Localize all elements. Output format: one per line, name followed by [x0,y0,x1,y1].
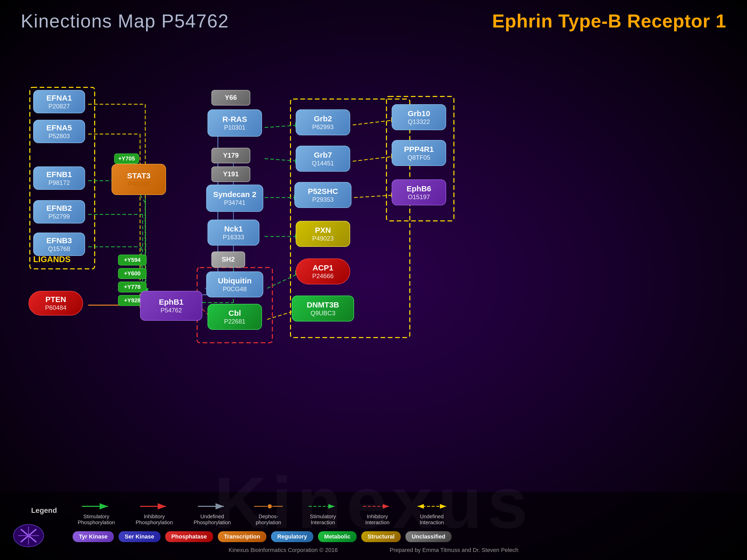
legend-title: Legend [31,501,57,515]
svg-line-39 [264,125,300,128]
svg-line-55 [354,195,396,197]
subtitle: Ephrin Type-B Receptor 1 [492,10,726,32]
tag-y778: +Y778 [118,282,147,292]
node-grb7[interactable]: Grb7 Q14451 [296,146,350,171]
node-efna5[interactable]: EFNA5 P52803 [33,120,85,143]
inhib-int-arrow-icon [361,501,394,511]
node-ppp4r1[interactable]: PPP4R1 Q8TF05 [392,140,446,166]
node-efnb1[interactable]: EFNB1 P98172 [33,166,85,190]
tag-y600: +Y600 [118,268,147,279]
svg-line-47 [267,273,300,288]
node-efnb2[interactable]: EFNB2 P52799 [33,200,85,223]
footer-left: Kinexus Bioinformatics Corporation © 201… [229,547,338,554]
node-acp1[interactable]: ACP1 P24666 [296,259,350,285]
legend-area: Kinexus Legend StimulatoryPhosphorylatio… [0,492,747,560]
stim-phos-arrow-icon [79,501,113,511]
svg-line-53 [353,156,396,161]
node-y191: Y191 [211,166,250,182]
svg-line-41 [264,159,300,161]
node-ephb1[interactable]: EphB1 P54762 [140,291,202,321]
badge-tyr-kinase: Tyr Kinase [73,531,114,542]
node-pten[interactable]: PTEN P60484 [28,291,83,316]
legend-dephos-label: Dephos-phorylation [256,514,281,526]
ligands-label: LIGANDS [33,255,71,264]
badge-transcription: Transcription [218,531,266,542]
legend-stim-phos: StimulatoryPhosphorylation [78,501,115,526]
kinexus-logo-icon [13,524,44,547]
node-grb10[interactable]: Grb10 Q13322 [392,104,446,130]
legend-stim-phos-label: StimulatoryPhosphorylation [78,514,115,526]
node-y179: Y179 [211,148,250,163]
node-ephb6[interactable]: EphB6 O15197 [392,179,446,205]
node-syndecan2[interactable]: Syndecan 2 P34741 [206,185,263,212]
node-y66: Y66 [211,90,250,106]
node-efnb3[interactable]: EFNB3 Q15768 [33,233,85,256]
node-p52shc[interactable]: P52SHC P29353 [294,182,352,208]
badge-unclassified: Unclassified [405,531,452,542]
diagram-svg [0,42,747,483]
node-rras[interactable]: R-RAS P10301 [207,109,262,137]
legend-undef-int: UndefinedInteraction [415,501,449,526]
badge-ser-kinase: Ser Kinase [119,531,160,542]
badge-phosphatase: Phosphatase [165,531,213,542]
svg-line-51 [353,120,396,125]
legend-dephos: Dephos-phorylation [252,501,285,526]
legend-undef-int-label: UndefinedInteraction [420,514,444,526]
node-grb2[interactable]: Grb2 P62993 [296,109,350,135]
node-ubiquitin[interactable]: Ubiquitin P0CG48 [206,271,263,297]
tag-y594: +Y594 [118,255,147,265]
footer-right: Prepared by Emma Titmuss and Dr. Steven … [390,547,518,554]
inhib-phos-arrow-icon [137,501,171,511]
logo [13,524,44,548]
node-cbl[interactable]: Cbl P22681 [207,304,262,330]
legend-undef-phos-label: UndefinedPhosphorylation [194,514,231,526]
node-stat3[interactable]: STAT3 P40763 [111,164,166,195]
node-dnmt3b[interactable]: DNMT3B Q9UBC3 [292,296,354,321]
node-sh2: SH2 [211,251,245,268]
dephos-arrow-icon [252,501,285,511]
header: Kinections Map P54762 Ephrin Type-B Rece… [0,0,747,37]
legend-inhib-int-label: InhibitoryInteraction [365,514,389,526]
tag-y705: +Y705 [114,154,139,164]
legend-inhib-phos-label: InhibitoryPhosphorylation [136,514,173,526]
legend-stim-int-label: StimulatoryInteraction [310,514,336,526]
page-title: Kinections Map P54762 [21,10,229,32]
svg-point-64 [268,504,272,508]
node-pxn[interactable]: PXN P49023 [296,221,350,247]
node-nck1[interactable]: Nck1 P16333 [207,220,259,245]
diagram: EFNA1 P20827 EFNA5 P52803 EFNB1 P98172 E… [0,42,747,483]
undef-int-arrow-icon [415,501,449,511]
legend-stim-int: StimulatoryInteraction [306,501,340,526]
legend-row: Legend StimulatoryPhosphorylation Inhibi… [31,501,716,526]
legend-badges: Tyr Kinase Ser Kinase Phosphatase Transc… [31,531,716,542]
badge-structural: Structural [361,531,401,542]
badge-regulatory: Regulatory [271,531,313,542]
badge-metabolic: Metabolic [318,531,357,542]
legend-inhib-int: InhibitoryInteraction [361,501,394,526]
node-efna1[interactable]: EFNA1 P20827 [33,90,85,113]
legend-inhib-phos: InhibitoryPhosphorylation [136,501,173,526]
undef-phos-arrow-icon [195,501,229,511]
legend-undef-phos: UndefinedPhosphorylation [194,501,231,526]
footer: Kinexus Bioinformatics Corporation © 201… [31,547,716,554]
stim-int-arrow-icon [306,501,340,511]
